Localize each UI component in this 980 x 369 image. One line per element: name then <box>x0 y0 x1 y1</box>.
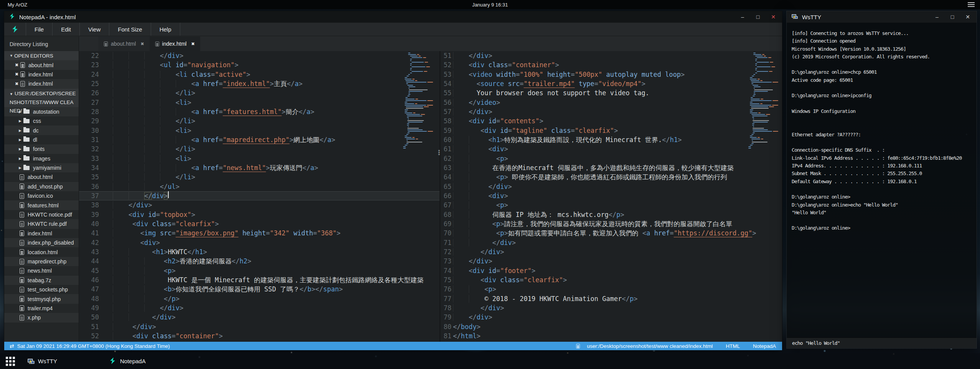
code-line-80[interactable]: 80</body> <box>440 322 782 331</box>
hamburger-menu-icon[interactable] <box>968 2 975 7</box>
code-line-25[interactable]: 25 <a href="index.html">主頁</a> <box>79 79 440 88</box>
sidebar-section-open-editors[interactable]: ▼OPEN EDITORS <box>4 51 79 60</box>
code-line-64[interactable]: 64 <p> 即使你不是建築師，你也能透過紅石師或鐵路工程師的身份加入我們的行列 <box>440 172 782 182</box>
file-item[interactable]: index.html <box>4 229 79 238</box>
maximize-button[interactable]: □ <box>950 14 955 20</box>
code-line-81[interactable]: 81</html> <box>440 331 782 341</box>
file-item[interactable]: about.html <box>4 172 79 182</box>
code-line-32[interactable]: 32 </li> <box>79 144 440 154</box>
code-line-34[interactable]: 34 <a href="news.html">玩家傳送門</a> <box>79 163 440 172</box>
statusbar-filepath[interactable]: user:/Desktop/screenshot/test/www cleane… <box>587 343 713 349</box>
code-line-51[interactable]: 51 </div> <box>440 51 782 60</box>
code-line-54[interactable]: 54 <source src="trailer.mp4" type="video… <box>440 79 782 88</box>
maximize-button[interactable]: □ <box>755 14 761 20</box>
code-line-79[interactable]: 79 </div> <box>440 313 782 322</box>
code-line-58[interactable]: 58 <div id="contents"> <box>440 116 782 126</box>
close-icon[interactable]: ✖ <box>15 81 20 86</box>
code-line-31[interactable]: 31 <a href="mapredirect.php">網上地圖</a> <box>79 135 440 144</box>
code-line-50[interactable]: 50 </div> <box>79 313 440 322</box>
file-item[interactable]: trailer.mp4 <box>4 304 79 313</box>
code-line-28[interactable]: 28 <a href="features.html">簡介</a> <box>79 107 440 116</box>
taskbar-item-notepada[interactable]: NotepadA <box>109 357 146 366</box>
file-item[interactable]: HKWTC notice.pdf <box>4 210 79 219</box>
code-line-67[interactable]: 67 <p> <box>440 200 782 210</box>
code-line-56[interactable]: 56 </video> <box>440 98 782 107</box>
code-line-43[interactable]: 43 <h1>HKWTC</h1> <box>79 247 440 256</box>
menu-item-font-size[interactable]: Font Size <box>109 23 151 36</box>
code-line-59[interactable]: 59 <div id="tagline" class="clearfix"> <box>440 126 782 135</box>
code-line-52[interactable]: 52 <div class="container"> <box>79 331 440 341</box>
code-line-51[interactable]: 51 </div> <box>79 322 440 331</box>
terminal-output[interactable]: [info] Conencting to arozos WsTTY servic… <box>787 23 977 338</box>
editor-tab-index.html[interactable]: index.html✖ <box>150 36 200 51</box>
chevron-right-icon[interactable]: ▶ <box>19 147 23 151</box>
menu-item-edit[interactable]: Edit <box>53 23 80 36</box>
code-line-76[interactable]: 76 <p> <box>440 285 782 294</box>
chevron-right-icon[interactable]: ▶ <box>19 129 23 132</box>
folder-item[interactable]: ▶dc <box>4 126 79 135</box>
close-icon[interactable]: ✖ <box>140 41 144 46</box>
code-line-45[interactable]: 45 <p> <box>79 266 440 275</box>
close-button[interactable]: ✕ <box>771 14 776 20</box>
code-line-39[interactable]: 39 <div id="topbox"> <box>79 210 440 219</box>
open-editor-item[interactable]: ✖index.html <box>4 70 79 79</box>
file-item[interactable]: index.php_disabled <box>4 238 79 247</box>
code-line-70[interactable]: 70 <p>如有問題或需要申請白名單，歡迎加入我們的 <a href="http… <box>440 228 782 238</box>
code-line-49[interactable]: 49 </div> <box>79 303 440 313</box>
code-line-22[interactable]: 22 </div> <box>79 51 440 60</box>
file-item[interactable]: location.html <box>4 247 79 256</box>
chevron-down-icon[interactable]: ▼ <box>10 92 13 96</box>
code-line-66[interactable]: 66 <div> <box>440 191 782 200</box>
code-line-62[interactable]: 62 <p> <box>440 154 782 163</box>
folder-item[interactable]: ▶fonts <box>4 144 79 154</box>
code-line-36[interactable]: 36 </ul> <box>79 182 440 191</box>
code-line-60[interactable]: 60 <h1>特別為建築及鐵路而設，現代化的 Minecraft 世界.</h1… <box>440 135 782 144</box>
open-editor-item[interactable]: ✖index.html <box>4 79 79 88</box>
minimize-button[interactable]: – <box>934 14 940 20</box>
app-launcher-grid-icon[interactable] <box>6 357 15 366</box>
file-item[interactable]: test_sockets.php <box>4 285 79 294</box>
code-line-53[interactable]: 53 <video width="100%" height="500px" au… <box>440 70 782 79</box>
code-line-73[interactable]: 73 </div> <box>440 256 782 266</box>
right-editor-pane[interactable]: index.html✖ 51 </div>52 <div class="cont… <box>440 51 782 342</box>
statusbar-language[interactable]: HTML <box>726 343 740 349</box>
close-button[interactable]: ✕ <box>965 14 970 20</box>
code-line-29[interactable]: 29 </li> <box>79 116 440 126</box>
folder-item[interactable]: ▶dl <box>4 135 79 144</box>
code-line-33[interactable]: 33 <li> <box>79 154 440 163</box>
close-icon[interactable]: ✖ <box>15 63 20 68</box>
terminal-input[interactable]: echo "Hello World" <box>787 338 977 348</box>
code-line-57[interactable]: 57 </div> <box>440 107 782 116</box>
folder-item[interactable]: ▶yamiyamimi <box>4 163 79 172</box>
code-line-44[interactable]: 44 <h2>香港的建築伺服器</h2> <box>79 256 440 266</box>
code-line-37[interactable]: 37 </div> <box>79 191 440 200</box>
system-menu-title[interactable]: My ArOZ <box>8 2 27 8</box>
code-line-24[interactable]: 24 <li class="active"> <box>79 70 440 79</box>
menu-item-file[interactable]: File <box>26 23 53 36</box>
code-line-26[interactable]: 26 </li> <box>79 88 440 98</box>
code-line-61[interactable]: 61 <div> <box>440 144 782 154</box>
sidebar-section-workdir[interactable]: ▼USER:/DESKTOP/SCREENSHOT/TEST/WWW CLEAN… <box>4 89 79 107</box>
file-item[interactable]: features.html <box>4 200 79 210</box>
file-item[interactable]: add_vhost.php <box>4 182 79 191</box>
notepada-titlebar[interactable]: NotepadA - index.html – □ ✕ <box>4 11 782 23</box>
code-line-52[interactable]: 52 <div class="container"> <box>440 60 782 69</box>
code-line-35[interactable]: 35 </li> <box>79 172 440 182</box>
code-line-72[interactable]: 72 </div> <box>440 247 782 256</box>
taskbar-item-wstty[interactable]: WsTTY <box>27 358 57 364</box>
code-line-48[interactable]: 48 </p> <box>79 294 440 303</box>
code-line-47[interactable]: 47 <b>你知道我們全線伺服器已轉用 SSD 了嗎？</b></span> <box>79 285 440 294</box>
file-item[interactable]: news.html <box>4 266 79 275</box>
code-line-42[interactable]: 42 <div> <box>79 238 440 247</box>
code-line-77[interactable]: 77 © 2018 - 2019 HKWTC Animation Gamer</… <box>440 294 782 303</box>
code-line-75[interactable]: 75 <div class="clearfix"> <box>440 275 782 285</box>
file-item[interactable]: x.php <box>4 313 79 322</box>
wstty-titlebar[interactable]: WsTTY – □ ✕ <box>787 11 977 23</box>
menu-item-help[interactable]: Help <box>151 23 180 36</box>
file-item[interactable]: testmysql.php <box>4 294 79 303</box>
folder-item[interactable]: ▶images <box>4 154 79 163</box>
code-line-63[interactable]: 63 在香港的Minecraft 伺服器中，多為小遊戲和純生存的伺服器，較少擁有… <box>440 163 782 172</box>
close-icon[interactable]: ✖ <box>191 41 194 46</box>
chevron-right-icon[interactable]: ▶ <box>19 166 23 170</box>
code-line-27[interactable]: 27 <li> <box>79 98 440 107</box>
